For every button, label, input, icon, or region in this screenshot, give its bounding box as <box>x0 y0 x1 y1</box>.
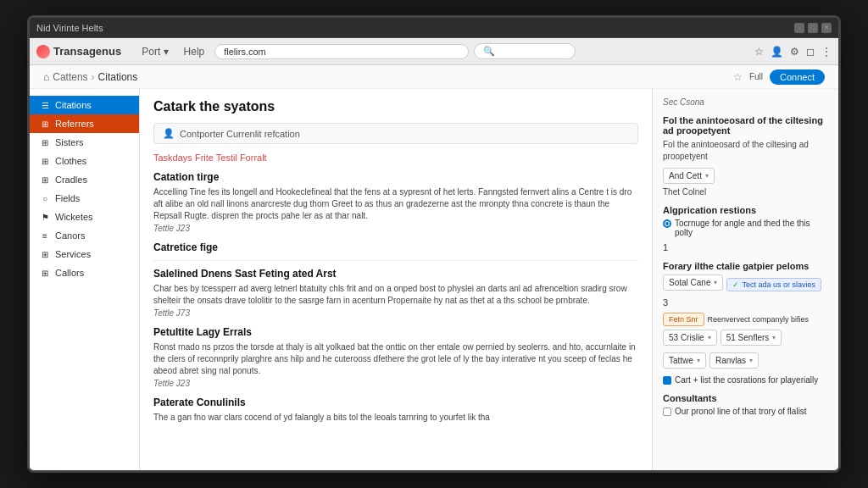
rp-consultants-title: Consultants <box>663 393 828 403</box>
profile-icon[interactable]: 👤 <box>771 46 783 58</box>
rp-filter-chip2[interactable]: ✓ Tect ada us or slavies <box>726 278 821 291</box>
sidebar-item-wicketes[interactable]: ⚑ Wicketes <box>30 208 139 226</box>
maximize-btn[interactable]: □ <box>808 23 818 33</box>
rp-sort-row3: Tattwe ▾ Ranvlas ▾ <box>663 352 828 372</box>
sidebar-item-callors[interactable]: ⊞ Callors <box>30 263 139 282</box>
section-title-4: Paterate Conulinils <box>153 396 638 408</box>
wicketes-icon: ⚑ <box>40 213 50 222</box>
config-icon: 👤 <box>163 128 175 139</box>
star-icon[interactable]: ☆ <box>733 71 743 83</box>
sidebar-label-cradles: Cradles <box>55 175 87 185</box>
main-content: Catark the syatons 👤 Contporter Currenli… <box>140 89 652 470</box>
rp-radio-button[interactable] <box>663 219 671 228</box>
bookmark-icon[interactable]: ☆ <box>754 46 764 58</box>
rp-consultants-check-row: Our pronol line of that trory of flalist <box>663 407 828 416</box>
sidebar-item-sisters[interactable]: ⊞ Sisters <box>30 133 139 152</box>
browser-icons: ☆ 👤 ⚙ ◻ ⋮ <box>754 46 832 58</box>
section-title-3: Petultite Lagy Errals <box>153 326 638 338</box>
rp-sort-dropdown1[interactable]: 53 Crislie ▾ <box>663 330 717 346</box>
menu-icon[interactable]: ⋮ <box>821 46 832 58</box>
dropdown-arrow-icon: ▾ <box>705 172 709 180</box>
rp-sort-dropdown4[interactable]: Ranvlas ▾ <box>709 352 759 369</box>
config-note-text: Contporter Currenlit refcation <box>180 129 300 139</box>
sidebar-label-referrers: Referrers <box>55 119 94 129</box>
settings-icon[interactable]: ⚙ <box>790 46 799 58</box>
connect-button[interactable]: Connect <box>770 69 825 85</box>
breadcrumb-home[interactable]: Cattens <box>53 71 87 83</box>
fields-icon: ○ <box>40 194 50 203</box>
logo-icon <box>36 45 50 58</box>
sidebar-label-clothes: Clothes <box>55 156 86 166</box>
rp-sort-dropdown3[interactable]: Tattwe ▾ <box>663 352 706 369</box>
app-logo: Transagenus <box>36 45 121 58</box>
extension-icon[interactable]: ◻ <box>806 46 815 58</box>
sidebar-label-callors: Callors <box>55 268 84 278</box>
sort-arrow4: ▾ <box>749 357 753 364</box>
sort-arrow1: ▾ <box>708 334 711 341</box>
sidebar: ☰ Citations ⊞ Referrers ⊞ Sisters ⊞ Clot… <box>30 89 140 470</box>
app-logo-text: Transagenus <box>53 45 121 58</box>
section-body-4: The a gan fno war clars cocend of yd fal… <box>153 412 638 424</box>
tabs-row[interactable]: Taskdays Frite Testil Forralt <box>153 152 638 163</box>
close-btn[interactable]: ✕ <box>821 23 832 33</box>
rp-radio-label: Tocrnuge for angle and thed the this pol… <box>675 219 828 237</box>
section-ref-3: Tettle J23 <box>153 379 638 388</box>
sidebar-item-canors[interactable]: ≡ Canors <box>30 226 139 245</box>
rp-sort-row2: 53 Crislie ▾ 51 Senflers ▾ <box>663 330 828 349</box>
sort-filter4: Ranvlas <box>715 356 746 365</box>
nav-port[interactable]: Port ▾ <box>136 44 173 59</box>
sidebar-item-fields[interactable]: ○ Fields <box>30 189 139 208</box>
sidebar-label-fields: Fields <box>55 193 80 203</box>
full-label: Full <box>749 72 763 81</box>
section-ref-0: Tettle J23 <box>153 224 638 233</box>
browser-search[interactable]: 🔍 <box>474 43 576 59</box>
check-row-checkbox[interactable] <box>663 376 671 385</box>
clothes-icon: ⊞ <box>40 157 50 166</box>
browser-window: Transagenus Port ▾ Help flelirs.com 🔍 ☆ … <box>30 38 838 470</box>
rp-sort-chip1[interactable]: Fetn Snr <box>663 313 704 326</box>
breadcrumb-separator: › <box>92 71 95 83</box>
rp-filter-value: 3 <box>663 297 828 308</box>
rp-filter-title: Forary ilthe ctalie gatpier peloms <box>663 261 828 271</box>
sort-filter2: 51 Senflers <box>726 333 770 342</box>
sort-arrow2: ▾ <box>772 334 776 341</box>
title-bar: Nid Virinte Helts - □ ✕ <box>30 18 838 38</box>
sort-arrow3: ▾ <box>697 357 700 364</box>
filter-chip1-label: Sotal Cane <box>669 278 710 287</box>
breadcrumb-bar: ⌂ Cattens › Citations ☆ Full Connect <box>30 65 838 89</box>
section-divider-1 <box>153 260 638 261</box>
right-panel: Sec Csona Fol the anintoeosard of the ci… <box>652 89 838 470</box>
rp-alg-title: Algprication restions <box>663 205 828 215</box>
rp-filter-dropdown1[interactable]: Sotal Cane ▾ <box>663 274 723 291</box>
callors-icon: ⊞ <box>40 269 50 278</box>
rp-sort-dropdown2[interactable]: 51 Senflers ▾ <box>721 330 782 346</box>
consultants-check-label: Our pronol line of that trory of flalist <box>675 407 807 416</box>
sidebar-item-cradles[interactable]: ⊞ Cradles <box>30 170 139 189</box>
sidebar-item-clothes[interactable]: ⊞ Clothes <box>30 152 139 170</box>
consultants-checkbox[interactable] <box>663 408 671 416</box>
nav-help[interactable]: Help <box>179 44 210 59</box>
sidebar-label-sisters: Sisters <box>55 137 84 147</box>
sidebar-item-referrers[interactable]: ⊞ Referrers <box>30 114 139 133</box>
sidebar-item-services[interactable]: ⊞ Services <box>30 245 139 263</box>
sisters-icon: ⊞ <box>40 138 50 147</box>
breadcrumb-home-icon: ⌂ <box>43 71 49 83</box>
minimize-btn[interactable]: - <box>794 23 804 33</box>
section-title-1: Catretice fige <box>153 241 638 253</box>
section-ref-2: Tettle J73 <box>153 308 638 318</box>
rp-dropdown1[interactable]: And Cett ▾ <box>663 168 715 184</box>
rp-desc: Fol the anintoeosard of the ciltesing ad… <box>663 139 828 163</box>
rp-radio-group: Tocrnuge for angle and thed the this pol… <box>663 219 828 237</box>
section-body-2: Char bes by tcessperr ad averg letnerl b… <box>153 283 638 307</box>
sort-filter1: 53 Crislie <box>669 333 704 342</box>
breadcrumb-current: Citations <box>98 71 138 83</box>
rp-dropdown1-label: And Cett <box>669 171 702 180</box>
app-body: ☰ Citations ⊞ Referrers ⊞ Sisters ⊞ Clot… <box>30 89 838 470</box>
rp-text-label: Thet Colnel <box>663 187 828 197</box>
sidebar-item-citations[interactable]: ☰ Citations <box>30 96 139 114</box>
rp-radio-item: Tocrnuge for angle and thed the this pol… <box>663 219 828 237</box>
address-bar[interactable]: flelirs.com <box>214 44 469 59</box>
referrers-icon: ⊞ <box>40 119 50 129</box>
title-bar-text: Nid Virinte Helts <box>36 23 789 33</box>
chip-check-icon: ✓ <box>732 280 739 289</box>
